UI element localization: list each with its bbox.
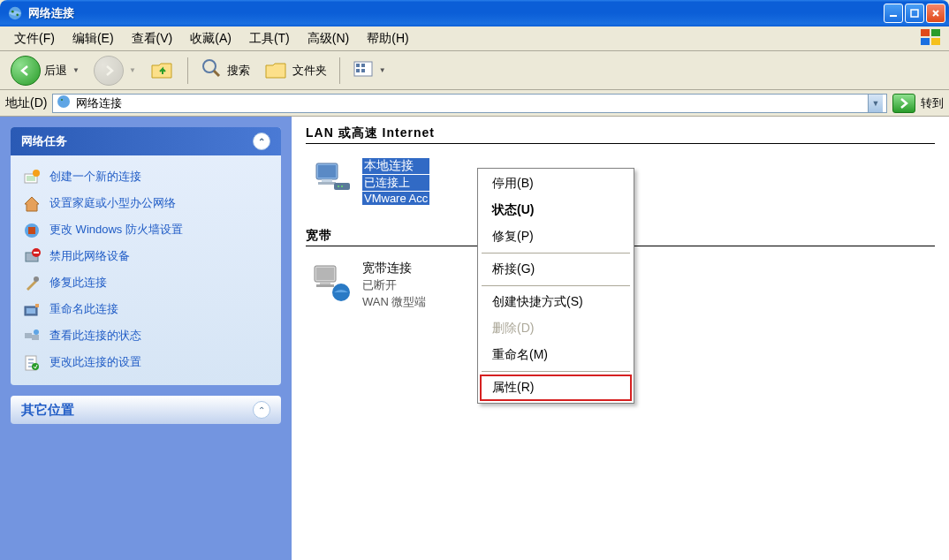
task-new-connection[interactable]: 创建一个新的连接 [23,164,269,191]
windows-flag-icon [919,27,944,49]
connection-name: 本地连接 [362,158,429,174]
svg-point-39 [338,185,339,187]
search-icon [201,57,224,83]
svg-point-9 [203,60,216,72]
svg-point-31 [34,329,39,335]
panel-header: 其它位置 ⌃ [11,396,281,424]
address-dropdown[interactable]: ▼ [868,95,883,112]
ctx-properties[interactable]: 属性(R) [480,375,632,401]
svg-rect-7 [921,38,930,45]
back-label: 后退 [44,63,67,79]
menu-favorites[interactable]: 收藏(A) [181,28,240,49]
menu-view[interactable]: 查看(V) [123,28,182,49]
views-button[interactable]: ▼ [347,57,391,84]
window-title: 网络连接 [28,5,884,21]
tasks-sidebar: 网络任务 ⌃ 创建一个新的连接 设置家庭或小型办公网络 更改 Windows 防… [0,117,292,560]
network-icon [57,95,71,111]
menu-advanced[interactable]: 高级(N) [299,28,358,49]
toolbar-separator [187,57,188,84]
address-input[interactable]: 网络连接 ▼ [52,94,887,113]
expand-button[interactable]: ⌃ [253,401,270,419]
window-title-bar: 网络连接 [0,0,949,26]
svg-rect-4 [911,10,918,17]
svg-rect-24 [34,252,39,254]
menu-help[interactable]: 帮助(H) [358,28,417,49]
go-label: 转到 [921,95,944,111]
address-bar: 地址(D) 网络连接 ▼ 转到 [0,90,949,117]
network-icon [7,5,23,21]
svg-rect-8 [931,38,940,45]
menu-bar: 文件(F) 编辑(E) 查看(V) 收藏(A) 工具(T) 高级(N) 帮助(H… [0,26,949,51]
address-label: 地址(D) [5,95,47,111]
search-label: 搜索 [227,63,250,79]
svg-point-25 [34,276,39,282]
firewall-icon [23,222,41,239]
menu-edit[interactable]: 编辑(E) [64,28,123,49]
ctx-separator [482,253,630,254]
menu-tools[interactable]: 工具(T) [240,28,299,49]
ctx-disable[interactable]: 停用(B) [480,170,632,197]
home-network-icon [23,195,41,213]
ctx-bridge[interactable]: 桥接(G) [480,256,632,283]
svg-rect-29 [25,333,32,338]
new-connection-icon [23,169,41,186]
settings-icon [23,354,41,372]
ctx-separator [482,371,630,372]
network-tasks-panel: 网络任务 ⌃ 创建一个新的连接 设置家庭或小型办公网络 更改 Windows 防… [11,127,281,385]
folder-up-icon [150,60,175,81]
back-button[interactable]: 后退 ▼ [5,52,85,89]
address-value: 网络连接 [76,95,122,111]
panel-header: 网络任务 ⌃ [11,127,281,155]
svg-rect-27 [27,308,35,314]
panel-title: 其它位置 [21,402,74,419]
go-button[interactable] [892,94,915,113]
ctx-rename[interactable]: 重命名(M) [480,342,632,368]
svg-rect-36 [322,179,332,182]
svg-rect-30 [32,335,39,340]
svg-rect-5 [921,29,930,36]
disable-icon [23,248,41,266]
ctx-delete: 删除(D) [480,315,632,342]
ctx-repair[interactable]: 修复(P) [480,223,632,250]
task-firewall[interactable]: 更改 Windows 防火墙设置 [23,217,269,244]
folders-button[interactable]: 文件夹 [259,57,332,85]
close-button[interactable] [926,4,945,23]
task-status[interactable]: 查看此连接的状态 [23,323,269,350]
forward-button[interactable]: ▼ [88,52,141,89]
svg-rect-21 [28,227,35,234]
task-settings[interactable]: 更改此连接的设置 [23,350,269,376]
task-repair[interactable]: 修复此连接 [23,270,269,297]
svg-point-16 [61,99,63,101]
collapse-button[interactable]: ⌃ [253,132,270,150]
folders-label: 文件夹 [292,63,327,79]
connection-name: 宽带连接 [362,261,426,276]
svg-point-15 [57,95,70,108]
svg-rect-14 [361,69,365,72]
toolbar-separator [339,57,340,84]
svg-point-40 [341,185,343,187]
up-button[interactable] [145,57,180,85]
broadband-connection-icon [309,261,353,305]
task-home-network[interactable]: 设置家庭或小型办公网络 [23,191,269,217]
context-menu: 停用(B) 状态(U) 修复(P) 桥接(G) 创建快捷方式(S) 删除(D) … [477,168,634,404]
main-content: LAN 或高速 Internet 本地连接 已连接上 VMware Acc 宽带… [292,117,949,560]
ctx-status[interactable]: 状态(U) [480,197,632,223]
svg-rect-13 [356,69,360,72]
svg-point-1 [11,11,14,13]
connection-detail: VMware Acc [362,192,429,205]
connection-status: 已连接上 [362,175,429,191]
task-rename[interactable]: 重命名此连接 [23,297,269,323]
back-icon [11,56,41,86]
search-button[interactable]: 搜索 [195,54,255,87]
other-places-panel: 其它位置 ⌃ [11,396,281,424]
svg-rect-18 [27,176,35,181]
task-disable-device[interactable]: 禁用此网络设备 [23,244,269,270]
forward-icon [94,56,124,86]
maximize-button[interactable] [905,4,924,23]
svg-rect-44 [316,284,334,287]
ctx-shortcut[interactable]: 创建快捷方式(S) [480,289,632,315]
minimize-button[interactable] [884,4,903,23]
menu-file[interactable]: 文件(F) [5,28,64,49]
chevron-down-icon: ▼ [377,66,386,74]
status-icon [23,328,41,345]
